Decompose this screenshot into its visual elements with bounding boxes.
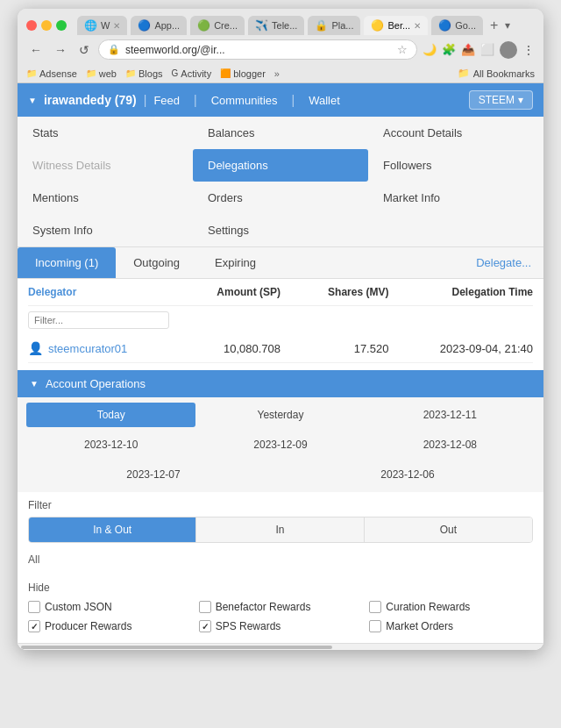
menu-balances[interactable]: Balances: [193, 117, 368, 149]
cb-producer-rewards-box[interactable]: ✓: [28, 620, 40, 632]
cb-sps-rewards-box[interactable]: ✓: [199, 620, 211, 632]
hide-label: Hide: [28, 582, 533, 594]
reload-button[interactable]: ↺: [75, 41, 93, 59]
tab-3-icon: 🟢: [197, 19, 210, 32]
delegations-table: Delegator Amount (SP) Shares (MV) Delega…: [18, 279, 543, 370]
cb-market-orders: Market Orders: [369, 620, 533, 632]
date-dec10[interactable]: 2023-12-10: [26, 432, 195, 457]
date-yesterday[interactable]: Yesterday: [195, 403, 365, 427]
date-dec11[interactable]: 2023-12-11: [366, 403, 535, 427]
scroll-thumb[interactable]: [21, 646, 332, 649]
filter-in[interactable]: In: [196, 517, 364, 542]
bookmarks-overflow[interactable]: »: [274, 68, 280, 79]
star-icon[interactable]: ☆: [397, 43, 408, 56]
bookmark-web[interactable]: 📁 web: [86, 68, 117, 79]
date-dec07[interactable]: 2023-12-07: [26, 462, 280, 487]
menu-grid: Stats Balances Account Details Witness D…: [18, 117, 543, 247]
date-dec09[interactable]: 2023-12-09: [195, 432, 365, 457]
date-dec06[interactable]: 2023-12-06: [280, 462, 535, 487]
delegation-tabs: Incoming (1) Outgoing Expiring Delegate.…: [18, 247, 543, 279]
col-shares-header: Shares (MV): [280, 286, 388, 298]
filter-out[interactable]: Out: [365, 517, 532, 542]
bookmark-activity[interactable]: G Activity: [172, 68, 212, 79]
site-header-left: ▼ irawandedy (79) | Feed | Communities |…: [28, 93, 340, 107]
bookmark-activity-label: Activity: [181, 68, 211, 79]
filter-label: Filter: [28, 499, 533, 511]
tab-1-close[interactable]: ✕: [113, 21, 120, 31]
delegate-button[interactable]: Delegate...: [464, 247, 543, 278]
cb-sps-rewards-label: SPS Rewards: [216, 620, 281, 632]
tab-5[interactable]: 🔒 Pla...: [308, 16, 360, 35]
menu-mentions[interactable]: Mentions: [18, 182, 193, 214]
date-today[interactable]: Today: [26, 403, 195, 427]
bookmark-blogger[interactable]: 🟧 blogger: [220, 68, 266, 79]
user-icon: 👤: [28, 341, 43, 355]
bookmark-adsense[interactable]: 📁 Adsense: [26, 68, 77, 79]
menu-orders[interactable]: Orders: [193, 182, 368, 214]
tab-incoming[interactable]: Incoming (1): [18, 247, 116, 278]
tab-6[interactable]: 🟡 Ber... ✕: [364, 16, 428, 35]
maximize-button[interactable]: [56, 20, 67, 31]
tab-3[interactable]: 🟢 Cre...: [190, 16, 245, 35]
filter-row: [28, 306, 533, 334]
menu-account-details[interactable]: Account Details: [368, 117, 543, 149]
date-dec08[interactable]: 2023-12-08: [366, 432, 535, 457]
extensions-icon[interactable]: 🌙: [423, 43, 437, 56]
menu-delegations[interactable]: Delegations: [193, 149, 368, 182]
cb-curation-rewards-box[interactable]: [369, 601, 381, 613]
back-button[interactable]: ←: [26, 41, 46, 59]
nav-bar: ← → ↺ 🔒 steemworld.org/@ir... ☆ 🌙 🧩 📤 ⬜ …: [18, 35, 543, 64]
tab-5-icon: 🔒: [315, 19, 328, 32]
filter-in-out[interactable]: In & Out: [29, 517, 196, 542]
cb-custom-json-box[interactable]: [28, 601, 40, 613]
tab-2-icon: 🔵: [138, 19, 151, 32]
user-avatar[interactable]: [500, 41, 517, 59]
bookmark-blogs[interactable]: 📁 Blogs: [125, 68, 163, 79]
bookmark-blogs-icon: 📁: [125, 68, 136, 78]
tab-expiring[interactable]: Expiring: [197, 247, 273, 278]
nav-feed[interactable]: Feed: [153, 94, 180, 107]
tab-4[interactable]: ✈️ Tele...: [248, 16, 304, 35]
profile-icon[interactable]: 🧩: [442, 43, 456, 56]
menu-icon[interactable]: ⋮: [522, 43, 535, 57]
tab-6-close[interactable]: ✕: [414, 21, 421, 31]
steem-button[interactable]: STEEM ▾: [469, 90, 533, 110]
new-tab-button[interactable]: +: [486, 18, 501, 33]
tab-2-label: App...: [154, 20, 180, 31]
browser-window: 🌐 W ✕ 🔵 App... 🟢 Cre... ✈️ Tele... 🔒 Pla…: [18, 9, 543, 650]
delegator-name[interactable]: steemcurator01: [48, 342, 127, 355]
delegation-row-0: 👤 steemcurator01 10,080.708 17.520 2023-…: [28, 334, 533, 363]
menu-settings[interactable]: Settings: [193, 214, 368, 246]
tab-1[interactable]: 🌐 W ✕: [77, 16, 127, 35]
minimize-button[interactable]: [41, 20, 52, 31]
download-icon[interactable]: 📤: [461, 43, 475, 56]
tab-1-icon: 🌐: [84, 19, 97, 32]
cb-benefactor-rewards-box[interactable]: [199, 601, 211, 613]
header-chevron-icon: ▼: [28, 96, 37, 105]
address-bar[interactable]: 🔒 steemworld.org/@ir... ☆: [98, 39, 417, 60]
menu-followers[interactable]: Followers: [368, 149, 543, 182]
nav-sep-1: |: [144, 93, 147, 107]
delegator-cell[interactable]: 👤 steemcurator01: [28, 341, 173, 355]
menu-stats[interactable]: Stats: [18, 117, 193, 149]
tab-overflow-button[interactable]: ▾: [505, 19, 510, 32]
tab-2[interactable]: 🔵 App...: [131, 16, 187, 35]
account-icon[interactable]: ⬜: [480, 43, 494, 56]
delegator-filter-input[interactable]: [28, 311, 169, 329]
tab-7-icon: 🔵: [438, 19, 451, 32]
bookmark-blogger-label: blogger: [233, 68, 266, 79]
nav-wallet[interactable]: Wallet: [309, 94, 340, 107]
tab-outgoing[interactable]: Outgoing: [116, 247, 197, 278]
scroll-bar[interactable]: [18, 643, 543, 650]
menu-market-info[interactable]: Market Info: [368, 182, 543, 214]
close-button[interactable]: [26, 20, 37, 31]
tab-7[interactable]: 🔵 Go...: [431, 16, 483, 35]
tab-1-label: W: [101, 20, 110, 31]
cb-market-orders-box[interactable]: [369, 620, 381, 632]
menu-system-info[interactable]: System Info: [18, 214, 193, 246]
tab-5-label: Pla...: [331, 20, 353, 31]
forward-button[interactable]: →: [51, 41, 70, 59]
nav-icons: 🌙 🧩 📤 ⬜ ⋮: [423, 41, 535, 59]
nav-communities[interactable]: Communities: [211, 94, 278, 107]
main-content: ▼ irawandedy (79) | Feed | Communities |…: [18, 83, 543, 650]
